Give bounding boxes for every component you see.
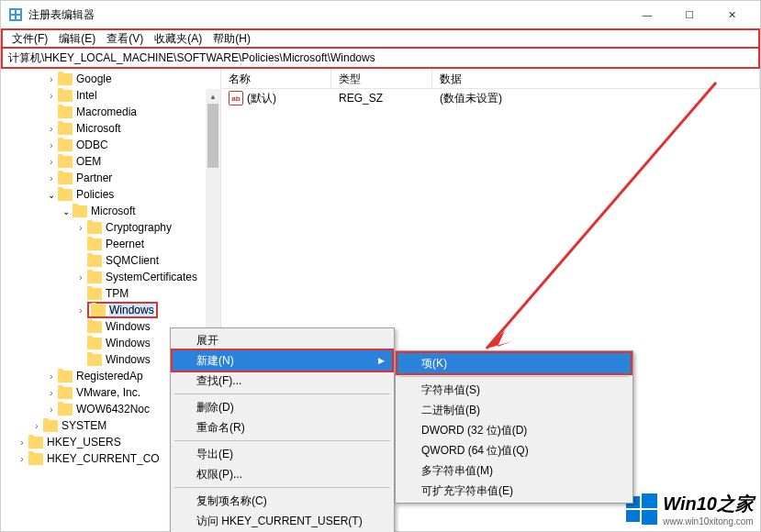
menu-item[interactable]: 复制项名称(C) (173, 491, 392, 511)
addressbar[interactable]: 计算机\HKEY_LOCAL_MACHINE\SOFTWARE\Policies… (1, 49, 760, 69)
menu-item[interactable]: 新建(N)▶ (173, 350, 392, 371)
folder-icon (58, 90, 73, 102)
titlebar: 注册表编辑器 — ☐ ✕ (1, 1, 760, 28)
tree-item[interactable]: ›Cryptography (1, 219, 220, 236)
menu-item[interactable]: DWORD (32 位)值(D) (397, 420, 631, 440)
tree-item-label: Peernet (106, 238, 144, 250)
menu-edit[interactable]: 编辑(E) (53, 31, 101, 47)
watermark-url: www.win10xitong.com (663, 516, 754, 526)
folder-icon (87, 321, 102, 333)
menu-item[interactable]: QWORD (64 位)值(Q) (397, 440, 631, 460)
chevron-right-icon[interactable]: › (45, 157, 58, 167)
folder-icon (58, 123, 73, 135)
chevron-right-icon[interactable]: › (74, 223, 87, 233)
menu-item[interactable]: 可扩充字符串值(E) (397, 481, 631, 501)
folder-icon (87, 222, 102, 234)
svg-rect-1 (11, 10, 15, 14)
menu-item[interactable]: 项(K) (397, 353, 631, 373)
col-name[interactable]: 名称 (221, 69, 331, 88)
tree-item-label: Cryptography (106, 221, 172, 234)
chevron-right-icon[interactable]: › (45, 371, 58, 382)
tree-item[interactable]: ›SystemCertificates (1, 269, 220, 285)
tree-item-label: SYSTEM (62, 419, 106, 432)
tree-item[interactable]: ⌄Policies (1, 186, 220, 203)
folder-icon (58, 172, 73, 184)
close-button[interactable]: ✕ (711, 1, 753, 28)
tree-item[interactable]: TPM (1, 285, 220, 302)
menu-item[interactable]: 查找(F)... (173, 371, 392, 391)
chevron-right-icon[interactable]: › (74, 305, 87, 316)
tree-item-label: SystemCertificates (106, 271, 197, 283)
tree-item[interactable]: ›Partner (1, 170, 220, 186)
chevron-right-icon[interactable]: › (74, 272, 87, 283)
tree-item-label: Policies (76, 188, 114, 201)
minimize-button[interactable]: — (626, 1, 668, 28)
col-data[interactable]: 数据 (432, 69, 760, 88)
tree-item[interactable]: Peernet (1, 236, 220, 252)
chevron-right-icon[interactable]: › (30, 421, 43, 431)
menu-item[interactable]: 导出(E) (173, 444, 392, 464)
menu-item[interactable]: 字符串值(S) (397, 380, 631, 400)
chevron-right-icon[interactable]: › (45, 173, 58, 183)
col-type[interactable]: 类型 (331, 69, 432, 88)
maximize-button[interactable]: ☐ (668, 1, 711, 28)
scroll-up-icon[interactable]: ▲ (206, 89, 220, 104)
chevron-right-icon[interactable]: › (45, 124, 58, 134)
menu-separator (174, 487, 390, 488)
chevron-right-icon[interactable]: › (16, 454, 28, 464)
tree-item-label: Windows (109, 304, 154, 316)
tree-item[interactable]: ›Intel (1, 87, 220, 104)
menu-item[interactable]: 访问 HKEY_CURRENT_USER(T) (173, 511, 392, 531)
tree-item-label: TPM (106, 287, 129, 300)
value-name: (默认) (247, 91, 276, 106)
tree-item-label: VMware, Inc. (76, 386, 140, 399)
menu-separator (174, 440, 390, 441)
folder-icon (58, 371, 73, 382)
tree-item[interactable]: SQMClient (1, 252, 220, 269)
folder-icon (58, 106, 73, 118)
folder-icon (87, 338, 102, 349)
menu-item[interactable]: 删除(D) (173, 397, 392, 417)
chevron-right-icon[interactable]: › (45, 74, 58, 84)
tree-item-label: HKEY_CURRENT_CO (47, 452, 160, 465)
menu-item[interactable]: 二进制值(B) (397, 400, 631, 420)
menubar: 文件(F) 编辑(E) 查看(V) 收藏夹(A) 帮助(H) (1, 28, 760, 49)
menu-help[interactable]: 帮助(H) (207, 31, 256, 47)
menu-separator (399, 376, 629, 377)
watermark: Win10之家 www.win10xitong.com (626, 492, 754, 526)
menu-item[interactable]: 重命名(R) (173, 417, 392, 438)
tree-item[interactable]: ›Windows (1, 302, 220, 318)
tree-item-label: Intel (76, 89, 97, 102)
tree-item-label: OEM (76, 155, 101, 168)
chevron-right-icon[interactable]: › (16, 438, 28, 448)
folder-icon (58, 404, 73, 416)
menu-item[interactable]: 多字符串值(M) (397, 460, 631, 481)
menu-favorites[interactable]: 收藏夹(A) (149, 31, 207, 47)
chevron-right-icon[interactable]: › (45, 140, 58, 150)
folder-icon (58, 139, 73, 151)
tree-item[interactable]: ⌄Microsoft (1, 203, 220, 219)
tree-item-label: Microsoft (76, 122, 121, 135)
scroll-thumb[interactable] (207, 104, 218, 168)
folder-icon (28, 453, 43, 465)
tree-item-label: RegisteredAp (76, 370, 143, 382)
svg-rect-10 (642, 510, 657, 525)
tree-item[interactable]: ›Google (1, 71, 220, 87)
folder-icon (87, 288, 102, 300)
chevron-down-icon[interactable]: ⌄ (60, 206, 73, 216)
svg-rect-9 (626, 510, 640, 522)
tree-item[interactable]: Macromedia (1, 104, 220, 120)
menu-item[interactable]: 权限(P)... (173, 464, 392, 484)
svg-rect-8 (642, 493, 657, 508)
chevron-right-icon[interactable]: › (45, 388, 58, 398)
tree-item[interactable]: ›OEM (1, 153, 220, 170)
menu-item[interactable]: 展开 (173, 330, 392, 350)
menu-view[interactable]: 查看(V) (101, 31, 149, 47)
list-row[interactable]: ab(默认)REG_SZ(数值未设置) (221, 89, 760, 107)
tree-item[interactable]: ›Microsoft (1, 120, 220, 137)
chevron-down-icon[interactable]: ⌄ (45, 190, 58, 200)
menu-file[interactable]: 文件(F) (6, 31, 53, 47)
chevron-right-icon[interactable]: › (45, 91, 58, 101)
chevron-right-icon[interactable]: › (45, 405, 58, 415)
tree-item[interactable]: ›ODBC (1, 137, 220, 153)
